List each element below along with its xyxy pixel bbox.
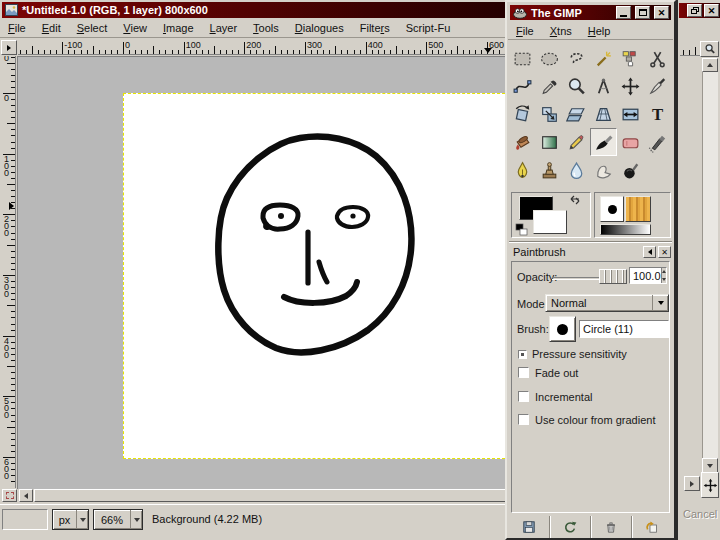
save-options-button[interactable] (509, 516, 550, 538)
brush-name-field[interactable]: Circle (11) (579, 320, 669, 338)
horizontal-ruler[interactable]: -1000100200300400500600 (18, 40, 508, 55)
tool-color-picker-button[interactable] (536, 72, 563, 100)
tool-crop-button[interactable] (644, 72, 671, 100)
menu-script-fu[interactable]: Script-Fu (398, 20, 459, 36)
scroll-down-button[interactable] (702, 458, 718, 473)
scroll-up-button[interactable] (702, 58, 718, 72)
minimize-button[interactable] (616, 6, 631, 19)
zoom-indicator-button[interactable] (700, 41, 719, 57)
canvas[interactable] (123, 93, 508, 459)
close-button[interactable]: ✕ (704, 4, 719, 17)
detach-button[interactable] (643, 246, 656, 258)
brush-circle-icon (557, 324, 568, 335)
ruler-tick (390, 50, 391, 54)
toolbox-menu-xtns[interactable]: Xtns (542, 23, 580, 39)
restore-options-button[interactable] (550, 516, 591, 538)
spin-up-icon[interactable] (662, 270, 666, 273)
tool-scale-button[interactable] (536, 100, 563, 128)
menu-edit[interactable]: Edit (34, 20, 69, 36)
tool-magnify-button[interactable] (563, 72, 590, 100)
tool-free-select-button[interactable] (563, 44, 590, 72)
menu-select[interactable]: Select (69, 20, 116, 36)
tool-text-button[interactable]: T (644, 100, 671, 128)
vertical-scrollbar-track[interactable] (702, 72, 718, 458)
tool-perspective-button[interactable] (590, 100, 617, 128)
tool-ink-button[interactable] (509, 156, 536, 184)
tool-ellipse-select-button[interactable] (536, 44, 563, 72)
spin-down-icon[interactable] (662, 278, 666, 281)
vertical-ruler[interactable]: -1000100200300400500600 (1, 56, 16, 488)
use-colour-from-gradient-checkbox[interactable] (518, 414, 529, 425)
arrow-left-icon (24, 493, 28, 499)
menu-tools[interactable]: Tools (245, 20, 287, 36)
quick-mask-toggle[interactable] (2, 489, 17, 502)
tool-blend-button[interactable] (536, 128, 563, 156)
ruler-label: 0 (125, 40, 130, 50)
delete-options-button[interactable] (591, 516, 632, 538)
tool-airbrush-button[interactable] (644, 128, 671, 156)
zoom-select[interactable]: 66% (93, 509, 143, 530)
tool-shear-button[interactable] (563, 100, 590, 128)
toolbox-titlebar[interactable]: The GIMP ✕ (510, 5, 671, 20)
ruler-tick (11, 475, 15, 476)
cancel-button[interactable]: Cancel (683, 508, 717, 520)
tool-smudge-button[interactable] (590, 156, 617, 184)
scroll-right-button[interactable] (684, 476, 700, 491)
ruler-tick (11, 81, 15, 82)
tool-fuzzy-select-button[interactable] (590, 44, 617, 72)
incremental-checkbox[interactable] (518, 391, 529, 402)
default-colors-icon[interactable] (515, 223, 528, 238)
active-brush-indicator[interactable] (600, 196, 624, 222)
image-window-titlebar[interactable]: *Untitled-1.0 (RGB, 1 layer) 800x600 (2, 2, 506, 18)
fade-out-checkbox[interactable] (518, 367, 529, 378)
tool-convolve-button[interactable] (563, 156, 590, 184)
toolbox-menu-help[interactable]: Help (580, 23, 619, 39)
menu-view[interactable]: View (115, 20, 155, 36)
brush-preview-button[interactable] (549, 316, 576, 342)
tool-scissors-button[interactable] (644, 44, 671, 72)
close-options-button[interactable]: ✕ (658, 246, 671, 258)
horizontal-scrollbar-thumb[interactable] (34, 489, 508, 502)
background-color-swatch[interactable] (533, 210, 567, 234)
tool-dodge-burn-button[interactable] (617, 156, 644, 184)
tool-pencil-button[interactable] (563, 128, 590, 156)
tool-eraser-button[interactable] (617, 128, 644, 156)
close-button[interactable]: ✕ (654, 6, 669, 19)
pressure-expander[interactable] (518, 350, 527, 359)
scroll-left-button[interactable] (19, 489, 33, 502)
navigation-button[interactable] (701, 472, 719, 498)
reset-options-button[interactable] (632, 516, 672, 538)
maximize-button[interactable] (635, 6, 650, 19)
horizontal-scrollbar-track[interactable] (34, 489, 508, 502)
restore-button[interactable] (687, 4, 702, 17)
tool-select-by-color-button[interactable] (617, 44, 644, 72)
tool-move-button[interactable] (617, 72, 644, 100)
menu-dialogues[interactable]: Dialogues (287, 20, 352, 36)
image-window-title: *Untitled-1.0 (RGB, 1 layer) 800x600 (22, 4, 208, 16)
tool-grid: T (509, 44, 675, 184)
background-window-titlebar[interactable]: ✕ (679, 3, 720, 18)
mode-dropdown[interactable]: Normal (545, 294, 669, 312)
swap-colors-icon[interactable] (569, 194, 581, 208)
toolbox-menu-file[interactable]: File (508, 23, 542, 39)
unit-select[interactable]: px (52, 509, 89, 530)
tool-paths-button[interactable] (509, 72, 536, 100)
menu-filters[interactable]: Filters (352, 20, 398, 36)
tool-clone-button[interactable] (536, 156, 563, 184)
tool-paintbrush-button[interactable] (590, 128, 617, 156)
canvas-viewport[interactable] (17, 56, 508, 489)
opacity-spinbox[interactable]: 100.0 (629, 267, 667, 284)
active-pattern-indicator[interactable] (625, 196, 651, 222)
tool-rect-select-button[interactable] (509, 44, 536, 72)
opacity-slider-handle[interactable] (599, 269, 627, 284)
tool-bucket-fill-button[interactable] (509, 128, 536, 156)
menu-file[interactable]: File (0, 20, 34, 36)
tool-flip-button[interactable] (617, 100, 644, 128)
active-gradient-indicator[interactable] (600, 224, 651, 235)
ruler-origin-menu-button[interactable] (1, 40, 17, 55)
tool-measure-button[interactable] (590, 72, 617, 100)
menu-image[interactable]: Image (155, 20, 202, 36)
menu-layer[interactable]: Layer (202, 20, 246, 36)
opacity-slider-track[interactable] (552, 277, 599, 280)
tool-rotate-button[interactable] (509, 100, 536, 128)
